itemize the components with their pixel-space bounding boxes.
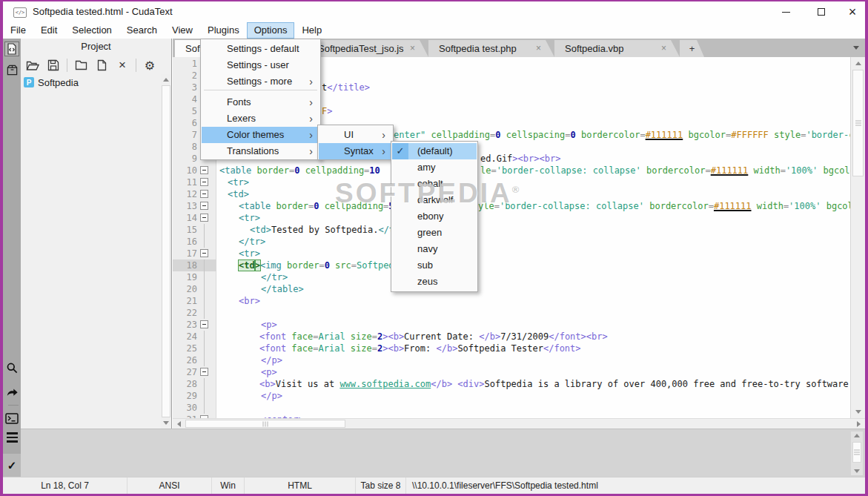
menu-item-translations[interactable]: Translations› (202, 143, 319, 159)
editor-vscrollbar[interactable] (850, 57, 865, 418)
menu-item-settings-default[interactable]: Settings - default (202, 41, 319, 57)
menu-edit[interactable]: Edit (33, 22, 64, 39)
theme-item-label: ebony (417, 208, 443, 225)
code-token: = (372, 331, 377, 342)
fold-collapse-icon[interactable] (200, 249, 208, 257)
maximize-button[interactable] (806, 1, 836, 22)
add-file-button[interactable] (94, 58, 109, 73)
code-token: #111111 (646, 130, 683, 140)
save-project-button[interactable] (46, 58, 61, 73)
menu-item-color-themes[interactable]: Color themes› (202, 127, 319, 143)
code-token: = (372, 343, 377, 354)
fold-collapse-icon[interactable] (200, 190, 208, 198)
tab-4[interactable]: Softpedia.vbp× (554, 40, 680, 57)
sidebar-item-search[interactable] (4, 360, 19, 375)
theme-item--default-[interactable]: ✓(default) (392, 143, 477, 159)
tab-label: Softpedia test.php (439, 40, 517, 57)
fold-collapse-icon[interactable] (200, 320, 208, 328)
menu-help[interactable]: Help (294, 22, 329, 39)
theme-item-label: green (417, 225, 442, 241)
status-cell-2[interactable]: ANSI (127, 477, 212, 494)
sidebar-item-validate[interactable]: ✓ (3, 454, 21, 477)
code-token: <font (259, 343, 286, 354)
tab-3[interactable]: Softpedia test.php× (428, 40, 554, 57)
theme-item-darkwolf[interactable]: darkwolf (392, 192, 477, 208)
fold-collapse-icon[interactable] (200, 178, 208, 186)
fold-collapse-icon[interactable] (200, 415, 208, 418)
project-scrollbar-thumb[interactable] (162, 85, 170, 417)
open-project-button[interactable] (25, 58, 40, 73)
editor-hscrollbar[interactable] (173, 418, 865, 429)
code-token: <p> (261, 367, 277, 377)
menu-item-settings-user[interactable]: Settings - user (202, 57, 319, 73)
project-config-button[interactable]: ⚙ (142, 58, 157, 73)
sidebar-item-console[interactable] (4, 411, 19, 426)
code-line-10: le='border-collapse: collapse' bordercol… (480, 165, 850, 176)
code-line-9: ed.Gif><br><br> (480, 153, 560, 165)
add-folder-button[interactable] (73, 58, 88, 73)
project-scrollbar[interactable] (161, 74, 171, 429)
hyperlink-text[interactable]: www.softpedia.com (339, 379, 431, 389)
line-number: 13 (175, 200, 197, 212)
code-token: </b> (479, 331, 500, 342)
menu-view[interactable]: View (165, 22, 200, 39)
editor-vscrollbar-thumb[interactable] (852, 70, 864, 176)
tab-close-icon[interactable]: × (410, 40, 415, 57)
close-button[interactable]: × (838, 1, 867, 22)
line-number: 31 (175, 414, 197, 418)
fold-collapse-icon[interactable] (200, 202, 208, 210)
fold-range-line (204, 307, 205, 319)
tab-close-icon[interactable]: × (536, 40, 541, 57)
menu-search[interactable]: Search (119, 22, 165, 39)
bottom-scrollbar-thumb[interactable] (852, 442, 861, 463)
menu-plugins[interactable]: Plugins (200, 22, 247, 39)
minimize-icon (782, 12, 790, 13)
project-tree-item[interactable]: P Softpedia (24, 76, 79, 89)
redo-arrow-icon (6, 386, 19, 398)
code-token: </font> (549, 331, 586, 342)
menu-item-label: Fonts (227, 94, 251, 110)
tab-2[interactable]: SoftpediaTest_jso.js× (308, 40, 428, 57)
theme-item-ebony[interactable]: ebony (392, 208, 477, 225)
menu-item-settings-more[interactable]: Settings - more› (202, 73, 319, 90)
sidebar-item-goto[interactable] (4, 384, 19, 399)
theme-item-green[interactable]: green (392, 225, 477, 241)
status-cell-5[interactable]: Tab size 8 (356, 477, 406, 494)
fold-collapse-icon[interactable] (200, 214, 208, 222)
bottom-panel-scrollbar[interactable] (851, 431, 863, 475)
menu-item-syntax[interactable]: Syntax› (319, 143, 392, 159)
status-cell-1[interactable]: Ln 18, Col 7 (3, 477, 127, 494)
code-line-7: enter" cellpadding=0 cellspacing=0 borde… (394, 129, 850, 141)
remove-button[interactable]: × (115, 58, 130, 73)
minimize-button[interactable] (771, 1, 801, 22)
sidebar-item-project[interactable] (4, 62, 19, 77)
editor-hscrollbar-thumb[interactable] (185, 420, 345, 428)
fold-collapse-icon[interactable] (200, 368, 208, 376)
theme-item-zeus[interactable]: zeus (392, 274, 477, 290)
status-cell-4[interactable]: HTML (245, 477, 356, 494)
theme-item-amy[interactable]: amy (392, 159, 477, 176)
tab-close-icon[interactable]: × (661, 40, 666, 57)
status-cell-3[interactable]: Win (212, 477, 245, 494)
theme-item-label: sub (417, 257, 433, 274)
new-tab-button[interactable]: + (680, 40, 704, 57)
fold-range-line (204, 343, 205, 354)
menu-item-ui[interactable]: UI› (319, 127, 392, 143)
menu-selection[interactable]: Selection (64, 22, 119, 39)
sidebar-item-output[interactable] (4, 430, 19, 445)
options-menu: Settings - defaultSettings - userSetting… (200, 39, 321, 160)
app-icon: </> (13, 7, 27, 18)
sidebar-item-tree[interactable] (4, 42, 19, 56)
menu-file[interactable]: File (3, 22, 33, 39)
menu-item-lexers[interactable]: Lexers› (202, 110, 319, 127)
tab-list-button[interactable] (853, 46, 859, 50)
menu-separator (204, 90, 317, 90)
close-x-icon: × (119, 58, 126, 73)
menu-options[interactable]: Options (247, 22, 295, 39)
theme-item-sub[interactable]: sub (392, 257, 477, 274)
theme-item-navy[interactable]: navy (392, 241, 477, 257)
fold-collapse-icon[interactable] (200, 166, 208, 174)
code-token: 0 (325, 260, 330, 271)
menu-item-fonts[interactable]: Fonts› (202, 94, 319, 110)
theme-item-cobalt[interactable]: cobalt (392, 176, 477, 192)
